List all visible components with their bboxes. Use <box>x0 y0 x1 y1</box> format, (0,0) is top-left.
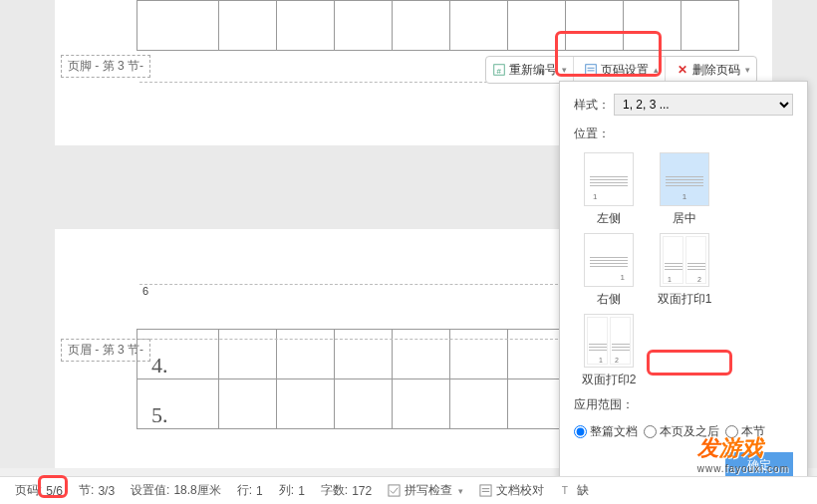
status-section[interactable]: 节: 3/3 <box>79 482 115 499</box>
status-docproof[interactable]: 文档校对 <box>479 482 544 499</box>
status-column[interactable]: 列: 1 <box>279 482 305 499</box>
style-select[interactable]: 1, 2, 3 ... <box>614 94 793 116</box>
renumber-label: 重新编号 <box>509 62 557 79</box>
position-right[interactable]: 1 右侧 <box>574 233 644 308</box>
footer-region-tag: 页脚 - 第 3 节- <box>61 55 150 78</box>
position-left[interactable]: 1 左侧 <box>574 152 644 227</box>
scope-label: 应用范围： <box>574 396 634 413</box>
delete-label: 删除页码 <box>692 62 740 79</box>
delete-icon: ✕ <box>676 63 689 77</box>
highlight-box <box>647 350 732 376</box>
editor-canvas: 3. 页脚 - 第 3 节- 6 页眉 - 第 3 节- 4. 5. # 重新编… <box>0 0 817 468</box>
page-number-display: 6 <box>142 285 148 297</box>
row-number: 5. <box>137 379 219 429</box>
spellcheck-icon <box>388 484 401 497</box>
position-center[interactable]: 1 居中 <box>650 152 719 227</box>
svg-rect-5 <box>389 485 400 496</box>
svg-rect-6 <box>480 485 491 496</box>
scope-whole-option[interactable]: 整篇文档 <box>574 423 638 440</box>
header-guideline2 <box>139 339 558 340</box>
delete-page-number-button[interactable]: ✕ 删除页码 ▾ <box>670 57 756 83</box>
status-wordcount[interactable]: 字数: 172 <box>321 482 372 499</box>
docproof-icon <box>479 484 492 497</box>
svg-text:T: T <box>562 485 568 496</box>
status-truncated[interactable]: T 缺 <box>560 482 589 499</box>
header-guideline <box>139 284 558 285</box>
site-watermark: 发游戏 www.fayouxi.com <box>697 433 789 474</box>
status-spellcheck[interactable]: 拼写检查▾ <box>388 482 463 499</box>
status-position[interactable]: 设置值: 18.8厘米 <box>131 482 221 499</box>
position-dual1[interactable]: 1 2 双面打印1 <box>650 233 719 308</box>
text-icon: T <box>560 484 573 497</box>
row-number: 4. <box>137 330 219 379</box>
status-line[interactable]: 行: 1 <box>237 482 263 499</box>
highlight-box <box>38 475 68 498</box>
page-number-settings-panel: 样式： 1, 2, 3 ... 位置： 1 左侧 1 居中 1 右侧 1 2 <box>559 81 808 492</box>
renumber-icon: # <box>492 63 506 77</box>
position-label: 位置： <box>574 126 610 142</box>
status-bar: 页码: 5/6 节: 3/3 设置值: 18.8厘米 行: 1 列: 1 字数:… <box>0 476 817 504</box>
svg-text:#: # <box>496 67 501 76</box>
position-dual2[interactable]: 1 2 双面打印2 <box>574 314 644 388</box>
style-label: 样式： <box>574 97 614 114</box>
dropdown-caret-icon: ▾ <box>745 65 750 75</box>
highlight-box <box>555 31 662 77</box>
